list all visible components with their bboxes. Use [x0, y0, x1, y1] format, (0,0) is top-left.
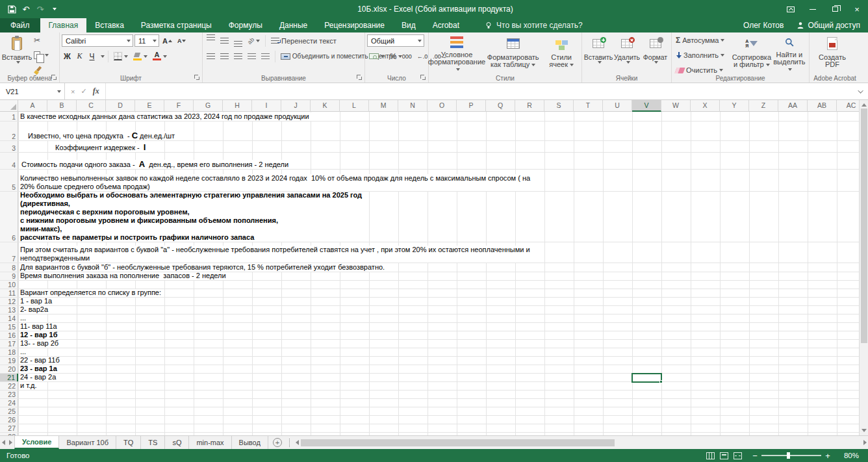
increase-decimal-button[interactable]: ←.0 — [415, 50, 430, 63]
name-box[interactable]: V21 — [0, 83, 65, 99]
sheet-tab-sq[interactable]: sQ — [165, 436, 189, 449]
font-size-combo[interactable]: 11 — [134, 34, 159, 47]
row-header-25[interactable]: 25 — [0, 407, 18, 415]
tab-splitter[interactable] — [289, 439, 292, 447]
scroll-right-icon[interactable] — [863, 440, 867, 445]
sheet-tab-min-max[interactable]: min-max — [189, 436, 231, 449]
number-dialog-launcher[interactable] — [420, 75, 426, 81]
copy-button[interactable] — [32, 49, 51, 62]
ribbon-tab-file[interactable]: Файл — [0, 18, 40, 32]
wrap-text-button[interactable]: Перенести текст — [269, 34, 338, 47]
cell-styles-button[interactable]: Стили ячеек — [543, 34, 580, 74]
font-color-button[interactable]: А — [151, 50, 169, 63]
ribbon-tab-insert[interactable]: Вставка — [86, 18, 133, 32]
row-15-cells[interactable]: 11- вар 11а — [18, 323, 859, 331]
ribbon-tab-home[interactable]: Главная — [40, 18, 87, 32]
enter-entry-button[interactable]: ✓ — [81, 87, 86, 96]
column-header-q[interactable]: Q — [486, 100, 515, 112]
row-14-cells[interactable]: ... — [18, 314, 859, 322]
ribbon-tab-view[interactable]: Вид — [393, 18, 424, 32]
column-header-y[interactable]: Y — [720, 100, 749, 112]
cut-button[interactable]: ✂ — [32, 34, 51, 47]
column-header-t[interactable]: T — [574, 100, 603, 112]
clipboard-dialog-launcher[interactable] — [51, 75, 57, 81]
row-header-3[interactable]: 3 — [0, 141, 18, 152]
insert-cells-button[interactable]: Вставить — [584, 34, 613, 74]
format-as-table-button[interactable]: Форматировать как таблицу — [483, 34, 543, 74]
sheet-tab-conclusion[interactable]: Вывод — [232, 436, 268, 449]
tell-me-box[interactable]: Что вы хотите сделать? — [485, 18, 583, 32]
scroll-left-icon[interactable] — [296, 440, 299, 445]
row-5-cells[interactable]: Количество невыполненных заявок по каждо… — [18, 170, 859, 191]
row-22-cells[interactable]: и т.д. — [18, 382, 859, 390]
insert-function-button[interactable]: fx — [93, 86, 99, 96]
row-2-cells[interactable]: Известно, что цена продукта - С ден.ед./… — [18, 122, 859, 140]
column-header-h[interactable]: H — [223, 100, 252, 112]
column-header-f[interactable]: F — [164, 100, 194, 112]
user-name[interactable]: Олег Котов — [743, 21, 784, 30]
align-bottom-button[interactable] — [232, 34, 244, 47]
sheet-tab-condition[interactable]: Условие — [14, 436, 59, 449]
row-header-28[interactable]: 28 — [0, 433, 18, 435]
row-21-cells[interactable]: 24 - вар 2а — [18, 374, 859, 381]
align-right-button[interactable] — [232, 50, 244, 63]
formula-input[interactable] — [105, 83, 855, 99]
horizontal-scrollbar[interactable] — [294, 436, 868, 449]
row-9-cells[interactable]: Время выполнения заказа на пополнение за… — [18, 272, 859, 280]
delete-cells-button[interactable]: Удалить — [613, 34, 641, 74]
fill-handle[interactable] — [659, 380, 663, 383]
column-header-a[interactable]: A — [18, 100, 47, 112]
row-header-21[interactable]: 21 — [0, 374, 18, 381]
zoom-slider[interactable] — [761, 455, 821, 456]
cancel-entry-button[interactable]: × — [71, 88, 75, 96]
zoom-out-button[interactable]: − — [748, 451, 761, 461]
column-header-k[interactable]: K — [311, 100, 340, 112]
row-header-9[interactable]: 9 — [0, 272, 18, 280]
redo-button[interactable]: ↷ — [35, 3, 45, 16]
zoom-slider-thumb[interactable] — [787, 452, 790, 459]
sheet-tab-variant-10b[interactable]: Вариант 10б — [59, 436, 116, 449]
row-header-24[interactable]: 24 — [0, 399, 18, 407]
column-header-ac[interactable]: AC — [837, 100, 859, 112]
normal-view-button[interactable] — [706, 452, 715, 459]
zoom-level[interactable]: 80% — [839, 452, 859, 459]
align-middle-button[interactable] — [218, 34, 231, 47]
grow-font-button[interactable]: А — [160, 34, 174, 47]
horizontal-scroll-thumb[interactable] — [301, 439, 615, 446]
selected-cell-v21[interactable] — [632, 373, 662, 383]
row-header-13[interactable]: 13 — [0, 306, 18, 314]
row-13-cells[interactable]: 2- вар2а — [18, 306, 859, 314]
sort-filter-button[interactable]: АЯ Сортировка и фильтр — [732, 34, 772, 74]
paste-button[interactable]: Вставить — [2, 34, 32, 74]
column-header-z[interactable]: Z — [749, 100, 778, 112]
column-header-u[interactable]: U — [603, 100, 632, 112]
sheet-tab-ts[interactable]: TS — [141, 436, 165, 449]
minimize-button[interactable] — [802, 0, 824, 18]
undo-button[interactable]: ↶ — [21, 3, 31, 16]
comma-format-button[interactable]: 000 — [400, 50, 414, 63]
select-all-button[interactable] — [0, 100, 18, 112]
percent-format-button[interactable]: % — [388, 50, 399, 63]
add-sheet-button[interactable]: + — [273, 438, 282, 447]
format-cells-button[interactable]: Формат — [641, 34, 669, 74]
row-header-8[interactable]: 8 — [0, 263, 18, 272]
row-11-cells[interactable]: Вариант определяется по списку в группе: — [18, 289, 859, 297]
column-header-d[interactable]: D — [106, 100, 135, 112]
conditional-formatting-button[interactable]: Условное форматирование — [431, 34, 483, 74]
row-8-cells[interactable]: Для вариантов с буквой "б" - необслуженн… — [18, 263, 859, 272]
row-header-7[interactable]: 7 — [0, 242, 18, 263]
row-23-cells[interactable] — [18, 391, 859, 398]
row-header-23[interactable]: 23 — [0, 391, 18, 398]
column-header-j[interactable]: J — [281, 100, 311, 112]
row-header-2[interactable]: 2 — [0, 122, 18, 140]
row-3-cells[interactable]: Коэффициент издержек - I — [18, 141, 859, 152]
find-select-button[interactable]: Найти и выделить — [772, 34, 807, 74]
column-header-l[interactable]: L — [340, 100, 369, 112]
row-20-cells[interactable]: 23 - вар 1а — [18, 365, 859, 373]
row-26-cells[interactable] — [18, 416, 859, 424]
next-sheet-button[interactable] — [9, 440, 12, 445]
column-header-c[interactable]: C — [77, 100, 106, 112]
row-4-cells[interactable]: Стоимость подачи одного заказа - А ден.е… — [18, 153, 859, 169]
column-header-b[interactable]: B — [47, 100, 77, 112]
row-header-4[interactable]: 4 — [0, 153, 18, 169]
